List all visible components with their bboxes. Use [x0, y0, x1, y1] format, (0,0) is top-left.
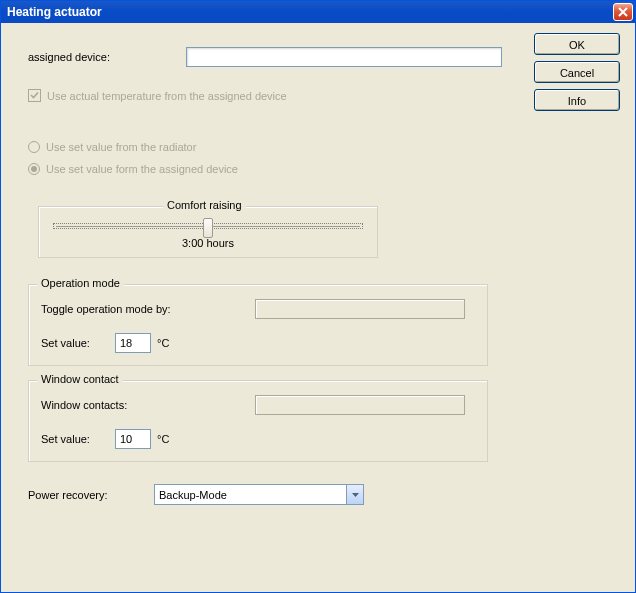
- radio-from-assigned-row: Use set value form the assigned device: [28, 158, 508, 180]
- assigned-device-field[interactable]: [186, 47, 502, 67]
- operation-mode-legend: Operation mode: [37, 277, 124, 289]
- title-bar: Heating actuator: [1, 1, 635, 23]
- info-button[interactable]: Info: [534, 89, 620, 111]
- window-contacts-field[interactable]: [255, 395, 465, 415]
- use-actual-temp-checkbox[interactable]: [28, 89, 41, 102]
- set-value-source-group: Use set value from the radiator Use set …: [28, 136, 508, 180]
- radio-from-radiator[interactable]: [28, 141, 40, 153]
- combo-dropdown-button[interactable]: [346, 485, 363, 504]
- opmode-set-value-input[interactable]: [115, 333, 151, 353]
- cancel-button[interactable]: Cancel: [534, 61, 620, 83]
- use-actual-temp-label: Use actual temperature from the assigned…: [47, 90, 287, 102]
- comfort-raising-legend: Comfort raising: [163, 199, 246, 211]
- operation-mode-group: Operation mode Toggle operation mode by:…: [28, 284, 488, 366]
- window-contact-legend: Window contact: [37, 373, 123, 385]
- toggle-operation-field[interactable]: [255, 299, 465, 319]
- client-area: OK Cancel Info assigned device: Use actu…: [2, 23, 634, 591]
- check-icon: [30, 91, 39, 100]
- wcontact-set-value-label: Set value:: [41, 433, 109, 445]
- comfort-slider-readout: 3:00 hours: [51, 237, 365, 249]
- wcontact-set-value-unit: °C: [157, 433, 169, 445]
- chevron-down-icon: [352, 493, 359, 497]
- power-recovery-label: Power recovery:: [28, 489, 154, 501]
- assigned-device-label: assigned device:: [28, 51, 186, 63]
- radio-from-assigned[interactable]: [28, 163, 40, 175]
- radio-from-radiator-row: Use set value from the radiator: [28, 136, 508, 158]
- window-title: Heating actuator: [7, 5, 613, 19]
- radio-from-radiator-label: Use set value from the radiator: [46, 141, 196, 153]
- opmode-set-value-unit: °C: [157, 337, 169, 349]
- close-icon: [618, 7, 628, 17]
- comfort-raising-group: Comfort raising 3:00 hours: [38, 206, 378, 258]
- dialog-buttons: OK Cancel Info: [534, 33, 620, 111]
- window-contacts-label: Window contacts:: [41, 399, 255, 411]
- opmode-set-value-row: Set value: °C: [41, 333, 475, 353]
- opmode-set-value-label: Set value:: [41, 337, 109, 349]
- use-actual-temp-row: Use actual temperature from the assigned…: [28, 89, 508, 102]
- main-column: assigned device: Use actual temperature …: [28, 33, 508, 505]
- wcontact-set-value-input[interactable]: [115, 429, 151, 449]
- power-recovery-combo[interactable]: Backup-Mode: [154, 484, 364, 505]
- window-contact-group: Window contact Window contacts: Set valu…: [28, 380, 488, 462]
- comfort-slider-track[interactable]: [53, 223, 363, 229]
- comfort-slider-thumb[interactable]: [203, 218, 213, 238]
- radio-from-assigned-label: Use set value form the assigned device: [46, 163, 238, 175]
- wcontact-set-value-row: Set value: °C: [41, 429, 475, 449]
- close-button[interactable]: [613, 3, 633, 21]
- assigned-device-row: assigned device:: [28, 47, 508, 67]
- power-recovery-selected: Backup-Mode: [159, 489, 346, 501]
- toggle-operation-row: Toggle operation mode by:: [41, 299, 475, 319]
- dialog-window: Heating actuator OK Cancel Info assigned…: [0, 0, 636, 593]
- power-recovery-row: Power recovery: Backup-Mode: [28, 484, 508, 505]
- window-contacts-row: Window contacts:: [41, 395, 475, 415]
- toggle-operation-label: Toggle operation mode by:: [41, 303, 255, 315]
- ok-button[interactable]: OK: [534, 33, 620, 55]
